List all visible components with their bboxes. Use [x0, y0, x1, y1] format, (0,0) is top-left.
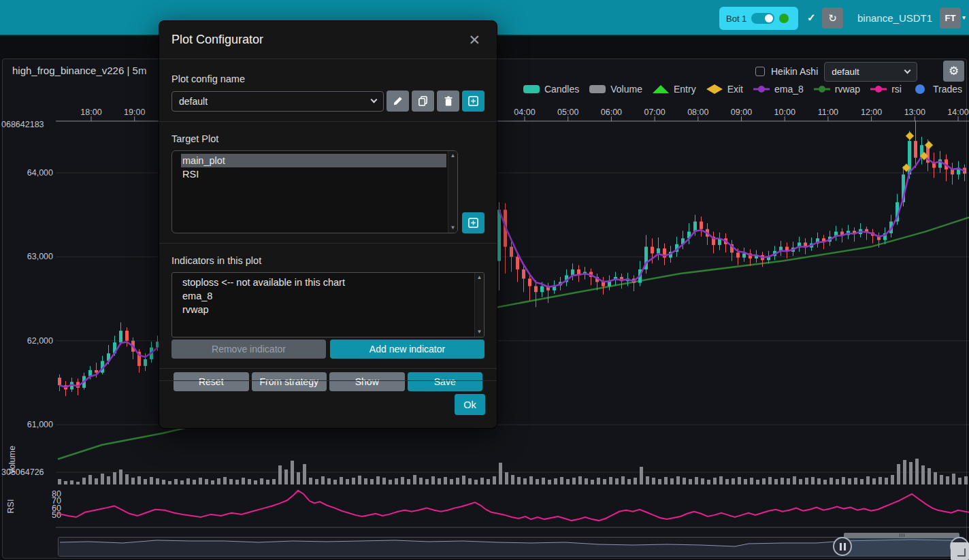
volume-bar — [511, 475, 514, 484]
resize-corner-handle[interactable] — [951, 542, 969, 560]
volume-bar — [646, 476, 649, 484]
volume-bar — [284, 470, 288, 484]
volume-bar — [744, 479, 747, 484]
datazoom-slider[interactable] — [58, 537, 964, 557]
chart-title: high_frog_binance_v226 | 5m — [12, 65, 146, 76]
legend-label: Entry — [674, 84, 696, 95]
volume-bar — [934, 472, 937, 484]
indicators-label: Indicators in this plot — [171, 255, 484, 266]
indicators-scrollbar[interactable]: ▲▼ — [474, 273, 484, 337]
target-plot-row: main_plotRSI ▲▼ — [171, 150, 484, 233]
volume-bar — [597, 478, 600, 484]
legend-item-entry[interactable]: Entry — [652, 84, 696, 95]
volume-bar — [591, 480, 594, 484]
candle-body — [125, 331, 129, 341]
volume-bar — [805, 478, 808, 484]
volume-bar — [946, 476, 949, 484]
scroll-down-icon[interactable]: ▼ — [450, 225, 456, 231]
rename-config-button[interactable] — [387, 90, 409, 112]
scroll-up-icon[interactable]: ▲ — [477, 275, 482, 280]
price-axis-label: 63,000 — [27, 252, 53, 261]
target-plot-option-rsi[interactable]: RSI — [181, 167, 446, 181]
volume-bar — [750, 478, 753, 484]
volume-bar — [444, 477, 447, 484]
remove-indicator-button[interactable]: Remove indicator — [171, 340, 326, 359]
legend-item-volume[interactable]: Volume — [589, 84, 642, 95]
rsi-marker-icon — [870, 84, 887, 94]
close-icon: ✕ — [468, 32, 480, 48]
ft-menu-button[interactable]: FT — [940, 7, 961, 29]
volume-marker-icon — [589, 84, 606, 94]
close-button[interactable]: ✕ — [464, 32, 484, 48]
legend-item-ema_8[interactable]: ema_8 — [753, 84, 804, 95]
delete-config-button[interactable] — [437, 90, 459, 112]
volume-bar — [101, 474, 104, 484]
volume-bar — [689, 479, 692, 484]
rsi-axis-title: RSI — [6, 499, 16, 514]
legend-item-trades[interactable]: Trades — [911, 84, 962, 95]
datazoom-selected-range[interactable] — [842, 538, 964, 556]
caret-down-icon[interactable]: ▾ — [962, 14, 966, 21]
volume-bar — [566, 479, 570, 484]
volume-bar — [88, 475, 92, 484]
add-config-button[interactable] — [462, 90, 484, 112]
candle-body — [651, 247, 654, 254]
volume-bar — [376, 476, 380, 484]
indicator-option[interactable]: ema_8 — [181, 289, 473, 303]
add-new-indicator-button[interactable]: Add new indicator — [330, 340, 484, 359]
datazoom-left-handle[interactable] — [833, 537, 852, 556]
legend-item-rvwap[interactable]: rvwap — [813, 84, 860, 95]
dialog-footer: Ok — [159, 380, 497, 428]
pencil-icon — [393, 96, 403, 106]
volume-bar — [340, 477, 343, 484]
candle-body — [540, 286, 544, 293]
add-plot-button[interactable] — [462, 212, 484, 233]
indicator-option[interactable]: rvwap — [181, 303, 473, 316]
plus-square-icon — [468, 96, 478, 106]
volume-bar — [615, 478, 619, 484]
legend-item-candles[interactable]: Candles — [523, 84, 579, 95]
plot-settings-gear-button[interactable]: ⚙ — [943, 61, 964, 82]
candle-body — [516, 257, 519, 269]
config-name-select[interactable]: default — [171, 91, 384, 112]
volume-bar — [205, 479, 208, 484]
volume-bar — [823, 480, 827, 484]
toggle-knob — [765, 14, 773, 22]
legend-label: Exit — [727, 84, 743, 95]
duplicate-config-button[interactable] — [412, 90, 434, 112]
target-plot-option-main_plot[interactable]: main_plot — [181, 154, 446, 167]
plot-config-select[interactable]: default — [824, 62, 917, 82]
volume-bar — [431, 476, 435, 484]
legend-item-exit[interactable]: Exit — [706, 84, 743, 95]
indicator-option[interactable]: stoploss <-- not available in this chart — [181, 276, 473, 289]
exit-marker-icon — [706, 84, 723, 94]
ok-button[interactable]: Ok — [455, 394, 485, 415]
volume-bar — [866, 476, 870, 484]
candle-body — [119, 331, 122, 342]
datazoom-window-bar[interactable] — [844, 533, 959, 538]
bot-selector[interactable]: Bot 1 — [719, 7, 798, 30]
scroll-up-icon[interactable]: ▲ — [450, 153, 456, 159]
volume-bar — [505, 472, 508, 484]
price-axis-label: 61,000 — [27, 420, 53, 429]
scroll-down-icon[interactable]: ▼ — [477, 329, 482, 335]
legend-item-rsi[interactable]: rsi — [870, 84, 902, 95]
divider — [159, 243, 497, 244]
time-axis-label: 08:00 — [687, 108, 708, 117]
refresh-button[interactable]: ↻ — [822, 7, 843, 29]
config-name-value: default — [179, 96, 208, 107]
volume-bar — [401, 477, 404, 484]
target-plot-scrollbar[interactable]: ▲▼ — [448, 151, 457, 233]
volume-bar — [707, 480, 710, 484]
volume-bar — [217, 478, 220, 484]
volume-bar — [211, 480, 214, 484]
candles-marker-icon — [523, 84, 540, 94]
volume-bar — [370, 479, 374, 484]
price-axis-label: 62,000 — [27, 336, 53, 346]
chart-controls: Heikin Ashi default — [755, 61, 917, 82]
candle-body — [742, 253, 746, 257]
indicators-listbox[interactable]: stoploss <-- not available in this chart… — [171, 272, 484, 337]
bot-online-toggle[interactable] — [751, 13, 774, 24]
target-plot-listbox[interactable]: main_plotRSI ▲▼ — [171, 150, 458, 233]
heikin-ashi-checkbox[interactable] — [755, 67, 765, 76]
